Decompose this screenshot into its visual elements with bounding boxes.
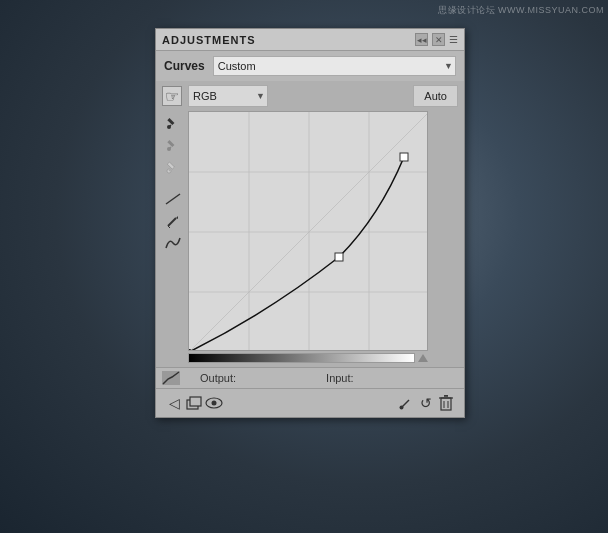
eyedropper-small-button[interactable] — [396, 393, 416, 413]
eyedropper-small-icon — [399, 396, 413, 410]
svg-rect-6 — [167, 162, 174, 169]
graph-container — [188, 111, 458, 363]
svg-rect-29 — [441, 398, 451, 410]
trash-icon — [439, 395, 453, 411]
eye-icon — [205, 397, 223, 409]
smooth-icon — [165, 236, 181, 250]
bottom-icons-row: ◁ ↺ — [156, 388, 464, 417]
close-button[interactable]: ✕ — [432, 33, 445, 46]
left-toolbar — [162, 111, 184, 253]
back-button[interactable]: ◁ — [164, 393, 184, 413]
svg-rect-20 — [400, 153, 408, 161]
panel-titlebar: ADJUSTMENTS ◂◂ ✕ ☰ — [156, 29, 464, 51]
panel-body: ☞ RGB Red Green Blue ▼ Auto — [156, 81, 464, 367]
svg-line-18 — [189, 112, 428, 351]
new-layer-icon — [186, 395, 202, 411]
gradient-bar — [188, 353, 415, 363]
gradient-triangle — [418, 354, 428, 362]
curves-header: Curves Custom Default Strong Contrast In… — [156, 51, 464, 81]
curves-svg — [189, 112, 428, 351]
svg-rect-3 — [167, 140, 174, 147]
preset-select-wrapper: Custom Default Strong Contrast Increase … — [213, 56, 456, 76]
svg-point-26 — [212, 401, 217, 406]
channel-select[interactable]: RGB Red Green Blue — [188, 85, 268, 107]
channel-row: ☞ RGB Red Green Blue ▼ Auto — [162, 85, 458, 107]
output-label: Output: — [200, 372, 236, 384]
svg-point-28 — [400, 406, 404, 410]
curves-label: Curves — [164, 59, 205, 73]
svg-rect-24 — [190, 397, 201, 406]
eyedropper-black-tool[interactable] — [163, 113, 183, 133]
svg-line-11 — [168, 226, 170, 228]
delete-button[interactable] — [436, 393, 456, 413]
output-input-icon — [162, 371, 180, 385]
panel-title: ADJUSTMENTS — [162, 34, 256, 46]
new-layer-button[interactable] — [184, 393, 204, 413]
curves-graph[interactable] — [188, 111, 428, 351]
eyedropper-white-icon — [166, 160, 180, 174]
panel-menu-icon[interactable]: ☰ — [449, 34, 458, 45]
svg-line-9 — [168, 218, 176, 226]
svg-line-27 — [402, 400, 409, 407]
eyedropper-gray-icon — [166, 138, 180, 152]
eyedropper-white-tool[interactable] — [163, 157, 183, 177]
eyedropper-black-icon — [166, 116, 180, 130]
collapse-button[interactable]: ◂◂ — [415, 33, 428, 46]
curve-mode-button[interactable] — [163, 189, 183, 209]
curve-mode-icon — [165, 193, 181, 205]
input-label: Input: — [326, 372, 354, 384]
output-input-row: Output: Input: — [156, 367, 464, 388]
svg-rect-19 — [335, 253, 343, 261]
eyedropper-gray-tool[interactable] — [163, 135, 183, 155]
pencil-mode-icon — [166, 214, 180, 228]
titlebar-controls: ◂◂ ✕ ☰ — [415, 33, 458, 46]
pencil-mode-button[interactable] — [163, 211, 183, 231]
reset-button[interactable]: ↺ — [416, 393, 436, 413]
adjust-mode-button[interactable]: ☞ — [162, 86, 182, 106]
channel-select-wrapper: RGB Red Green Blue ▼ — [188, 85, 268, 107]
smooth-button[interactable] — [163, 233, 183, 253]
watermark: 思缘设计论坛 WWW.MISSYUAN.COM — [438, 4, 604, 17]
controls-row — [162, 111, 458, 363]
adjustments-panel: ADJUSTMENTS ◂◂ ✕ ☰ Curves Custom Default… — [155, 28, 465, 418]
preset-select[interactable]: Custom Default Strong Contrast Increase … — [213, 56, 456, 76]
svg-rect-0 — [167, 118, 174, 125]
gradient-bar-row — [188, 353, 428, 363]
auto-button[interactable]: Auto — [413, 85, 458, 107]
visibility-button[interactable] — [204, 393, 224, 413]
